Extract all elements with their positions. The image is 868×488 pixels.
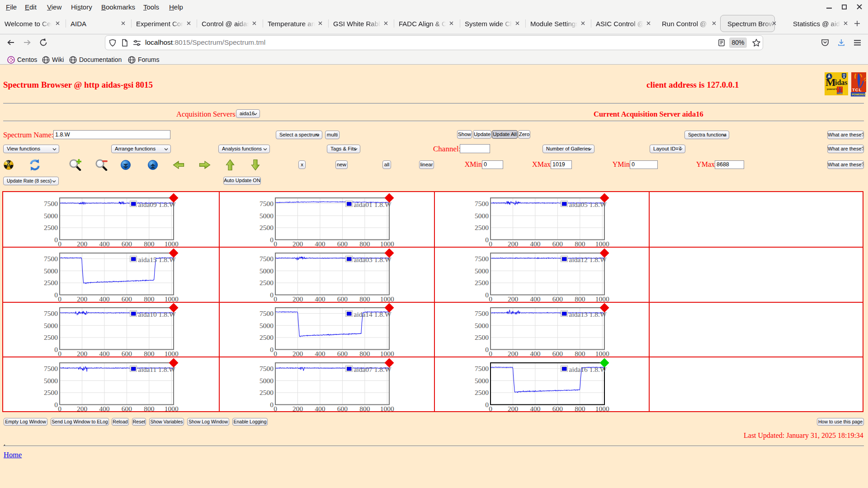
svg-text:2500: 2500 — [259, 333, 274, 341]
svg-text:0: 0 — [489, 405, 492, 413]
svg-text:aida09 1.8.W: aida09 1.8.W — [138, 201, 176, 208]
svg-text:7500: 7500 — [44, 365, 58, 372]
svg-text:200: 200 — [77, 240, 88, 248]
svg-text:800: 800 — [575, 295, 585, 303]
svg-text:7500: 7500 — [44, 200, 58, 207]
svg-text:M: M — [826, 76, 836, 88]
svg-text:200: 200 — [77, 405, 88, 413]
svg-text:5000: 5000 — [44, 212, 58, 220]
svg-text:5000: 5000 — [475, 212, 489, 220]
svg-text:aida12 1.8.W: aida12 1.8.W — [569, 256, 607, 263]
svg-text:2500: 2500 — [259, 224, 274, 231]
svg-text:0: 0 — [58, 405, 61, 413]
svg-text:2500: 2500 — [44, 389, 58, 396]
svg-text:7500: 7500 — [475, 310, 489, 317]
svg-text:2500: 2500 — [44, 224, 58, 231]
svg-text:5000: 5000 — [259, 322, 274, 329]
svg-text:5000: 5000 — [475, 322, 489, 329]
svg-text:aida10 1.8.W: aida10 1.8.W — [138, 310, 176, 318]
svg-text:800: 800 — [575, 405, 585, 413]
svg-text:600: 600 — [122, 240, 132, 248]
svg-text:600: 600 — [337, 240, 348, 248]
svg-text:aida16 1.8.W: aida16 1.8.W — [569, 366, 607, 373]
svg-text:7500: 7500 — [475, 200, 489, 207]
svg-text:400: 400 — [530, 350, 541, 357]
svg-text:200: 200 — [292, 405, 303, 413]
svg-text:5000: 5000 — [44, 377, 58, 385]
svg-text:200: 200 — [508, 295, 519, 303]
svg-text:aida07 1.8.W: aida07 1.8.W — [354, 366, 392, 373]
svg-text:600: 600 — [552, 350, 563, 357]
svg-text:0: 0 — [54, 236, 58, 244]
svg-text:7500: 7500 — [475, 255, 489, 263]
svg-text:800: 800 — [359, 240, 370, 248]
svg-text:800: 800 — [144, 350, 155, 357]
svg-text:0: 0 — [270, 291, 274, 299]
svg-text:800: 800 — [144, 405, 155, 413]
svg-text:1000: 1000 — [165, 295, 179, 303]
svg-text:0: 0 — [58, 240, 61, 248]
svg-text:600: 600 — [552, 405, 563, 413]
svg-text:aida14 1.8.W: aida14 1.8.W — [354, 310, 392, 318]
svg-text:7500: 7500 — [475, 365, 489, 372]
svg-text:0: 0 — [54, 291, 58, 299]
svg-text:200: 200 — [292, 240, 303, 248]
svg-text:idas: idas — [835, 79, 848, 86]
svg-text:400: 400 — [315, 405, 326, 413]
svg-text:7500: 7500 — [259, 255, 274, 263]
svg-text:2500: 2500 — [475, 389, 489, 396]
svg-text:0: 0 — [274, 295, 277, 303]
svg-text:aida13 1.8.W: aida13 1.8.W — [569, 310, 607, 318]
svg-text:0: 0 — [54, 346, 58, 353]
svg-text:800: 800 — [359, 295, 370, 303]
svg-text:5000: 5000 — [44, 267, 58, 275]
svg-text:5000: 5000 — [259, 377, 274, 385]
svg-text:600: 600 — [337, 350, 348, 357]
svg-text:0: 0 — [58, 295, 61, 303]
svg-text:aida15 1.8.W: aida15 1.8.W — [138, 256, 176, 263]
svg-text:1000: 1000 — [165, 405, 179, 413]
svg-text:7500: 7500 — [44, 255, 58, 263]
svg-text:200: 200 — [508, 350, 519, 357]
svg-text:0: 0 — [270, 346, 274, 353]
svg-text:1000: 1000 — [380, 295, 394, 303]
svg-text:0: 0 — [485, 291, 489, 299]
svg-text:600: 600 — [122, 350, 132, 357]
svg-text:200: 200 — [77, 350, 88, 357]
svg-text:400: 400 — [315, 295, 326, 303]
svg-text:400: 400 — [315, 240, 326, 248]
svg-text:2500: 2500 — [44, 279, 58, 286]
svg-text:200: 200 — [508, 405, 519, 413]
svg-text:1000: 1000 — [595, 295, 609, 303]
svg-text:0: 0 — [58, 350, 61, 357]
svg-text:2500: 2500 — [259, 279, 274, 286]
svg-text:400: 400 — [99, 405, 110, 413]
svg-text:0: 0 — [274, 350, 277, 357]
svg-text:POWERED: POWERED — [837, 93, 845, 94]
svg-text:600: 600 — [122, 405, 132, 413]
svg-text:600: 600 — [552, 295, 563, 303]
svg-text:2500: 2500 — [259, 389, 274, 396]
svg-text:400: 400 — [99, 350, 110, 357]
svg-text:5000: 5000 — [259, 212, 274, 220]
svg-text:0: 0 — [489, 240, 492, 248]
svg-text:800: 800 — [144, 295, 155, 303]
svg-text:400: 400 — [99, 240, 110, 248]
svg-text:0: 0 — [489, 350, 492, 357]
svg-text:600: 600 — [552, 240, 563, 248]
svg-text:0: 0 — [485, 346, 489, 353]
svg-text:5000: 5000 — [44, 322, 58, 329]
svg-text:7500: 7500 — [259, 310, 274, 317]
svg-text:0: 0 — [270, 401, 274, 408]
svg-text:1000: 1000 — [380, 240, 394, 248]
svg-text:200: 200 — [292, 295, 303, 303]
svg-text:400: 400 — [530, 405, 541, 413]
svg-text:aida05 1.8.W: aida05 1.8.W — [569, 201, 607, 208]
svg-text:800: 800 — [359, 405, 370, 413]
svg-text:0: 0 — [270, 236, 274, 244]
svg-text:7500: 7500 — [259, 365, 274, 372]
svg-text:200: 200 — [508, 240, 519, 248]
svg-text:200: 200 — [292, 350, 303, 357]
svg-text:0: 0 — [489, 295, 492, 303]
svg-text:1000: 1000 — [595, 350, 609, 357]
